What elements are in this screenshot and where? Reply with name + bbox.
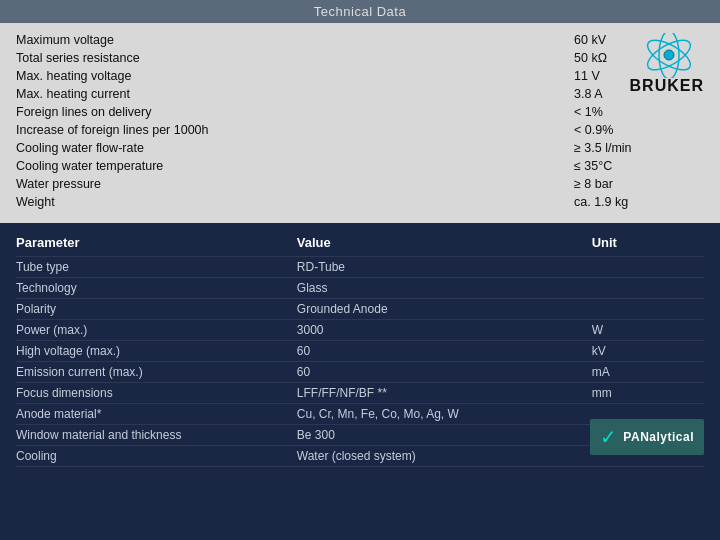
param-cell: Power (max.) <box>16 320 297 341</box>
spec-value: < 1% <box>574 105 704 119</box>
value-cell: 3000 <box>297 320 592 341</box>
spec-label: Total series resistance <box>16 51 574 65</box>
panalytical-check-icon: ✓ <box>600 425 617 449</box>
table-row: High voltage (max.) 60 kV <box>16 341 704 362</box>
spec-label: Max. heating voltage <box>16 69 574 83</box>
specs-row: Total series resistance 50 kΩ <box>16 49 704 67</box>
col-header-param: Parameter <box>16 231 297 257</box>
unit-cell: kV <box>592 341 704 362</box>
table-row: Technology Glass <box>16 278 704 299</box>
value-cell: Be 300 <box>297 425 592 446</box>
bruker-atom-icon <box>642 33 692 73</box>
spec-value: ≥ 3.5 l/min <box>574 141 704 155</box>
unit-cell: mA <box>592 362 704 383</box>
specs-row: Max. heating voltage 11 V <box>16 67 704 85</box>
value-cell: 60 <box>297 362 592 383</box>
top-content: Maximum voltage 60 kV Total series resis… <box>0 23 720 223</box>
specs-row: Foreign lines on delivery < 1% <box>16 103 704 121</box>
value-cell: LFF/FF/NF/BF ** <box>297 383 592 404</box>
specs-row: Water pressure ≥ 8 bar <box>16 175 704 193</box>
spec-value: < 0.9% <box>574 123 704 137</box>
spec-label: Max. heating current <box>16 87 574 101</box>
specs-table: Maximum voltage 60 kV Total series resis… <box>16 31 704 211</box>
unit-cell <box>592 299 704 320</box>
col-header-value: Value <box>297 231 592 257</box>
spec-value: ca. 1.9 kg <box>574 195 704 209</box>
param-cell: Focus dimensions <box>16 383 297 404</box>
table-row: Emission current (max.) 60 mA <box>16 362 704 383</box>
spec-value: ≤ 35°C <box>574 159 704 173</box>
table-row: Polarity Grounded Anode <box>16 299 704 320</box>
value-cell: 60 <box>297 341 592 362</box>
unit-cell: mm <box>592 383 704 404</box>
table-row: Power (max.) 3000 W <box>16 320 704 341</box>
panalytical-name: PANalytical <box>623 430 694 444</box>
panalytical-logo: ✓ PANalytical <box>590 419 704 455</box>
param-cell: Polarity <box>16 299 297 320</box>
spec-label: Maximum voltage <box>16 33 574 47</box>
specs-row: Increase of foreign lines per 1000h < 0.… <box>16 121 704 139</box>
table-row: Tube type RD-Tube <box>16 257 704 278</box>
unit-cell <box>592 257 704 278</box>
col-header-unit: Unit <box>592 231 704 257</box>
spec-label: Water pressure <box>16 177 574 191</box>
specs-row: Cooling water temperature ≤ 35°C <box>16 157 704 175</box>
specs-row: Cooling water flow-rate ≥ 3.5 l/min <box>16 139 704 157</box>
bruker-logo: BRUKER <box>630 33 704 95</box>
value-cell: Water (closed system) <box>297 446 592 467</box>
param-cell: Cooling <box>16 446 297 467</box>
header-title: Technical Data <box>314 4 406 19</box>
specs-row: Maximum voltage 60 kV <box>16 31 704 49</box>
value-cell: Cu, Cr, Mn, Fe, Co, Mo, Ag, W <box>297 404 592 425</box>
top-section: Technical Data Maximum voltage 60 kV Tot… <box>0 0 720 223</box>
unit-cell <box>592 278 704 299</box>
value-cell: Grounded Anode <box>297 299 592 320</box>
table-row: Focus dimensions LFF/FF/NF/BF ** mm <box>16 383 704 404</box>
specs-row: Weight ca. 1.9 kg <box>16 193 704 211</box>
param-cell: Emission current (max.) <box>16 362 297 383</box>
param-cell: High voltage (max.) <box>16 341 297 362</box>
unit-cell: W <box>592 320 704 341</box>
spec-label: Increase of foreign lines per 1000h <box>16 123 574 137</box>
spec-label: Cooling water flow-rate <box>16 141 574 155</box>
param-cell: Anode material* <box>16 404 297 425</box>
value-cell: Glass <box>297 278 592 299</box>
spec-label: Cooling water temperature <box>16 159 574 173</box>
bottom-section: Parameter Value Unit Tube type RD-Tube T… <box>0 223 720 475</box>
bruker-name: BRUKER <box>630 77 704 95</box>
param-cell: Technology <box>16 278 297 299</box>
spec-label: Foreign lines on delivery <box>16 105 574 119</box>
spec-label: Weight <box>16 195 574 209</box>
value-cell: RD-Tube <box>297 257 592 278</box>
tech-data-header: Technical Data <box>0 0 720 23</box>
table-header-row: Parameter Value Unit <box>16 231 704 257</box>
svg-point-0 <box>664 50 674 60</box>
specs-row: Max. heating current 3.8 A <box>16 85 704 103</box>
param-cell: Window material and thickness <box>16 425 297 446</box>
spec-value: ≥ 8 bar <box>574 177 704 191</box>
param-cell: Tube type <box>16 257 297 278</box>
